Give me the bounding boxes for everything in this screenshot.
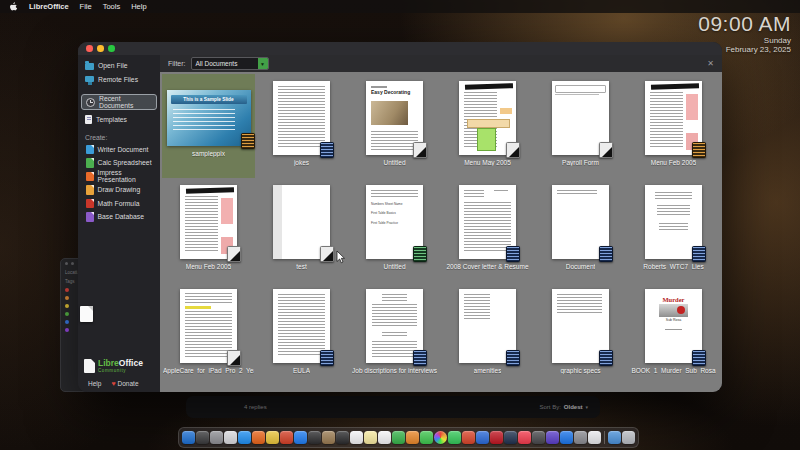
document-label: test [296,263,306,270]
sidebar-item-label: Draw Drawing [98,186,141,193]
recent-document-job-discriptions-for-interviews[interactable]: Job discriptions for interviews [348,282,441,386]
recent-document-untitled[interactable]: Easy DecoratingUntitled [348,74,441,178]
folder-app-icon[interactable] [322,431,335,444]
recent-document-2008-cover-letter-resume[interactable]: 2008 Cover letter & Resume [441,178,534,282]
menu-file[interactable]: File [80,2,92,11]
remote-icon [85,76,94,82]
recent-document-graphic-specs[interactable]: graphic specs [534,282,627,386]
help-button[interactable]: Help [88,380,101,387]
menu-help[interactable]: Help [131,2,146,11]
trash-icon[interactable] [622,431,635,444]
sidebar-item-templates[interactable]: Templates [78,113,160,127]
recent-document-amenities[interactable]: amenities [441,282,534,386]
sidebar-item-recent-documents[interactable]: Recent Documents [81,94,157,110]
sidebar-item-math-formula[interactable]: Math Formula [78,197,160,211]
sidebar-item-label: Impress Presentation [98,169,161,183]
generic-badge-icon [599,142,613,158]
app-dark-icon[interactable] [196,431,209,444]
launchpad-icon[interactable] [210,431,223,444]
menu-libreoffice[interactable]: LibreOffice [29,2,69,11]
recent-document-menu-feb-2005[interactable]: Menu Feb 2005 [162,178,255,282]
sidebar-item-impress-presentation[interactable]: Impress Presentation [78,170,160,184]
minimize-traffic-light[interactable] [97,45,104,52]
recent-document-menu-feb-2005[interactable]: Menu Feb 2005 [627,74,720,178]
sidebar-item-base-database[interactable]: Base Database [78,210,160,224]
finder-icon[interactable] [182,431,195,444]
document-label: Payroll Form [562,159,599,166]
notes-icon[interactable] [364,431,377,444]
recent-document-document[interactable]: Document [534,178,627,282]
app-white-icon[interactable] [588,431,601,444]
app-green-icon[interactable] [392,431,405,444]
document-thumbnail [459,289,516,363]
window-titlebar[interactable] [78,42,722,55]
document-thumbnail [459,81,516,155]
recent-document-payroll-form[interactable]: Payroll Form [534,74,627,178]
sidebar-item-draw-drawing[interactable]: Draw Drawing [78,183,160,197]
close-traffic-light[interactable] [86,45,93,52]
document-thumbnail [273,289,330,363]
tag-dot [65,296,69,300]
messages-icon[interactable] [420,431,433,444]
writer-badge-icon [320,350,334,366]
calendar-icon[interactable] [350,431,363,444]
recent-document-roberts-wtc7-lies[interactable]: Roberts_WTC7_Lies [627,178,720,282]
menu-tools[interactable]: Tools [103,2,121,11]
netflix-icon[interactable] [490,431,503,444]
recent-document-untitled[interactable]: Numbers Sheet NameFirst Table BasicsFirs… [348,178,441,282]
clock-date: February 23, 2025 [698,45,791,54]
background-window: 4 replies Sort By: Oldest ▾ [186,396,600,418]
downloads-folder-icon[interactable] [608,431,621,444]
recent-document-jokes[interactable]: jokes [255,74,348,178]
tag-dot [65,312,69,316]
app-store-icon[interactable] [560,431,573,444]
zoom-traffic-light[interactable] [108,45,115,52]
music-icon[interactable] [518,431,531,444]
recent-document-book-1-murder-sub-rosa[interactable]: MurderSub RosaBOOK_1_Murder_Sub_Rosa [627,282,720,386]
recent-document-eula[interactable]: EULA [255,282,348,386]
sidebar-item-calc-spreadsheet[interactable]: Calc Spreadsheet [78,156,160,170]
safari-icon[interactable] [238,431,251,444]
facetime-icon[interactable] [448,431,461,444]
document-label: Untitled [383,263,405,270]
siri-icon[interactable] [504,431,517,444]
create-section-label: Create: [85,134,160,141]
document-thumbnail [273,81,330,155]
reminders-icon[interactable] [378,431,391,444]
podcasts-icon[interactable] [546,431,559,444]
sidebar-item-writer-document[interactable]: Writer Document [78,143,160,157]
app-dark-2-icon[interactable] [532,431,545,444]
sidebar-item-open-file[interactable]: Open File [78,59,160,73]
filter-dropdown[interactable]: All Documents ▼ [191,57,269,70]
mail-icon[interactable] [294,431,307,444]
start-center-sidebar: Open FileRemote FilesRecent DocumentsTem… [78,55,160,392]
photos-icon[interactable] [434,431,447,444]
document-label: EULA [293,367,310,374]
desktop-clock: 09:00 AM Sunday February 23, 2025 [698,13,791,54]
font-book-icon[interactable] [336,431,349,444]
sidebar-item-remote-files[interactable]: Remote Files [78,73,160,87]
recent-document-menu-may-2005[interactable]: Menu May 2005 [441,74,534,178]
sidebar-item-label: Writer Document [98,146,149,153]
tv-app-icon[interactable] [476,431,489,444]
document-thumbnail [645,81,702,155]
shield-app-icon[interactable] [280,431,293,444]
recent-document-applecare-for-ipad-pro-2-years[interactable]: AppleCare_for_iPad_Pro_2_Years [162,282,255,386]
recent-document-sampleppix[interactable]: This is a Sample Slidesampleppix [162,74,255,178]
app-red-icon[interactable] [462,431,475,444]
document-thumbnail [180,185,237,259]
terminal-icon[interactable] [308,431,321,444]
app-orange-icon[interactable] [406,431,419,444]
document-label: Menu Feb 2005 [651,159,697,166]
apple-menu-icon[interactable] [9,2,18,12]
recent-document-test[interactable]: test [255,178,348,282]
close-icon[interactable]: ✕ [707,59,714,68]
chevron-down-icon: ▼ [258,58,268,69]
clock-time: 09:00 AM [698,13,791,34]
firefox-icon[interactable] [252,431,265,444]
settings-icon[interactable] [574,431,587,444]
chrome-icon[interactable] [266,431,279,444]
sort-by-dropdown[interactable]: Sort By: Oldest ▾ [539,404,588,410]
app-light-icon[interactable] [224,431,237,444]
donate-button[interactable]: ♥ Donate [111,380,138,387]
